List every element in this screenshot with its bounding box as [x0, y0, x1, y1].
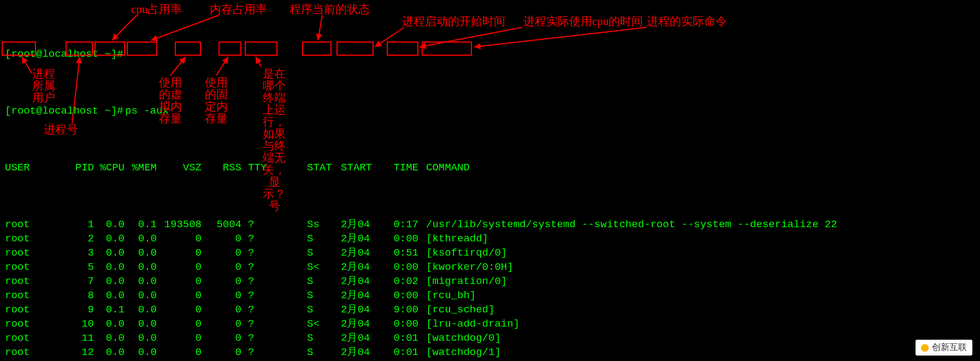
process-row: root20.00.000?S2月040:00[kthreadd]: [2, 232, 978, 246]
cell-user: root: [5, 345, 38, 359]
watermark-text: 创新互联: [932, 342, 967, 353]
cell-pid: 11: [69, 331, 94, 345]
cell-stat: S: [307, 232, 332, 246]
cell-command: [watchdog/0]: [426, 331, 972, 345]
cell-vsz: 0: [163, 274, 202, 288]
cell-cpu: 0.1: [99, 303, 125, 317]
cell-tty: ?: [248, 317, 281, 331]
cell-stat: S<: [307, 260, 332, 274]
cell-mem: 0.0: [132, 232, 157, 246]
cell-mem: 0.0: [132, 274, 157, 288]
cell-vsz: 0: [163, 303, 202, 317]
col-tty: TTY: [248, 161, 281, 175]
cell-command: [kworker/0:0H]: [426, 260, 972, 274]
cell-command: [kthreadd]: [426, 232, 972, 246]
process-row: root110.00.000?S2月040:01[watchdog/0]: [2, 331, 978, 345]
prompt-line-1: [root@localhost ~]#: [2, 47, 978, 61]
cell-start: 2月04: [341, 303, 374, 317]
entered-command: ps -aux: [125, 104, 169, 118]
cell-stat: S: [307, 274, 332, 288]
cell-mem: 0.1: [132, 217, 157, 232]
cell-rss: 0: [209, 345, 241, 359]
col-time: TIME: [390, 161, 418, 175]
cell-time: 0:02: [390, 274, 418, 288]
cell-command: [ksoftirqd/0]: [426, 246, 972, 260]
col-stat: STAT: [307, 161, 332, 175]
ps-header-row: USER PID %CPU %MEM VSZ RSS TTY STAT STAR…: [2, 161, 978, 175]
cell-rss: 0: [209, 303, 241, 317]
cell-tty: ?: [248, 331, 281, 345]
cell-vsz: 0: [163, 288, 202, 303]
cell-stat: S: [307, 246, 332, 260]
cell-vsz: 0: [163, 232, 202, 246]
cell-pid: 8: [69, 288, 94, 303]
cell-stat: S: [307, 331, 332, 345]
cell-pid: 5: [69, 260, 94, 274]
process-row: root10.00.11935085004?Ss2月040:17/usr/lib…: [2, 217, 978, 232]
cell-tty: ?: [248, 345, 281, 359]
cell-time: 0:01: [390, 331, 418, 345]
cell-cpu: 0.0: [99, 345, 125, 359]
cell-start: 2月04: [341, 246, 374, 260]
col-command: COMMAND: [426, 161, 972, 175]
cell-stat: Ss: [307, 217, 332, 232]
cell-time: 0:00: [390, 288, 418, 303]
cell-pid: 12: [69, 345, 94, 359]
cell-vsz: 0: [163, 345, 202, 359]
cell-tty: ?: [248, 260, 281, 274]
cell-rss: 0: [209, 260, 241, 274]
cell-start: 2月04: [341, 260, 374, 274]
cell-pid: 2: [69, 232, 94, 246]
cell-user: root: [5, 331, 38, 345]
terminal-output[interactable]: [root@localhost ~]# [root@localhost ~]# …: [0, 0, 980, 361]
cell-stat: S<: [307, 317, 332, 331]
cell-vsz: 193508: [163, 217, 202, 232]
cell-vsz: 0: [163, 331, 202, 345]
cell-start: 2月04: [341, 232, 374, 246]
cell-rss: 0: [209, 317, 241, 331]
cell-pid: 10: [69, 317, 94, 331]
cell-rss: 0: [209, 288, 241, 303]
cell-start: 2月04: [341, 345, 374, 359]
cell-user: root: [5, 317, 38, 331]
col-user: USER: [5, 161, 38, 175]
cell-tty: ?: [248, 217, 281, 232]
process-row: root80.00.000?S2月040:00[rcu_bh]: [2, 288, 978, 303]
cell-vsz: 0: [163, 317, 202, 331]
cell-tty: ?: [248, 232, 281, 246]
cell-start: 2月04: [341, 317, 374, 331]
cell-rss: 0: [209, 232, 241, 246]
process-row: root50.00.000?S<2月040:00[kworker/0:0H]: [2, 260, 978, 274]
cell-cpu: 0.0: [99, 317, 125, 331]
cell-rss: 0: [209, 331, 241, 345]
cell-vsz: 0: [163, 246, 202, 260]
cell-cpu: 0.0: [99, 288, 125, 303]
cell-tty: ?: [248, 246, 281, 260]
cell-cpu: 0.0: [99, 246, 125, 260]
cell-user: root: [5, 303, 38, 317]
col-vsz: VSZ: [163, 161, 202, 175]
cell-time: 0:00: [390, 260, 418, 274]
cell-rss: 0: [209, 274, 241, 288]
cell-command: /usr/lib/systemd/systemd --switched-root…: [426, 217, 972, 232]
cell-pid: 9: [69, 303, 94, 317]
cell-user: root: [5, 232, 38, 246]
shell-prompt: [root@localhost ~]#: [5, 47, 123, 61]
cell-cpu: 0.0: [99, 217, 125, 232]
cell-command: [migration/0]: [426, 274, 972, 288]
cell-mem: 0.0: [132, 317, 157, 331]
cell-stat: S: [307, 345, 332, 359]
cell-cpu: 0.0: [99, 274, 125, 288]
cell-mem: 0.0: [132, 246, 157, 260]
cell-pid: 1: [69, 217, 94, 232]
cell-command: [watchdog/1]: [426, 345, 972, 359]
cell-time: 0:00: [390, 317, 418, 331]
cell-cpu: 0.0: [99, 232, 125, 246]
cell-tty: ?: [248, 288, 281, 303]
cell-cpu: 0.0: [99, 331, 125, 345]
cell-start: 2月04: [341, 217, 374, 232]
cell-time: 0:01: [390, 345, 418, 359]
cell-rss: 0: [209, 246, 241, 260]
cell-vsz: 0: [163, 260, 202, 274]
cell-command: [rcu_sched]: [426, 303, 972, 317]
